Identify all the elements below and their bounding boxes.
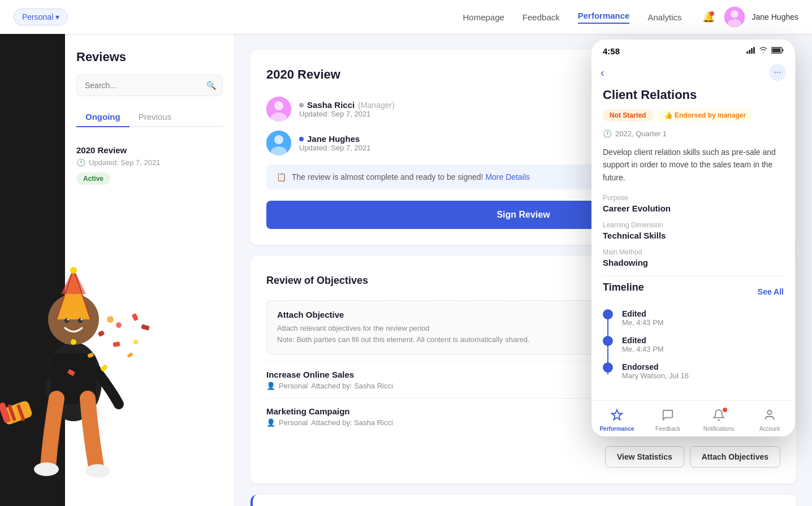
personal-label: Personal [22, 12, 53, 21]
nav-performance[interactable]: Performance [578, 11, 630, 24]
manager-info: Sasha Ricci (Manager) Updated: Sep 7, 20… [299, 100, 395, 118]
mobile-bottom-nav: Performance Feedback Notifications Accou… [591, 400, 795, 436]
mobile-nav-account[interactable]: Account [744, 406, 795, 434]
user-date: Updated: Sep 7, 2021 [299, 144, 371, 152]
mobile-nav-performance[interactable]: Performance [591, 406, 642, 434]
signal-icon [746, 47, 755, 55]
manager-name: Sasha Ricci (Manager) [299, 100, 395, 110]
mobile-field-label-2: Main Method [603, 248, 784, 256]
view-statistics-button[interactable]: View Statistics [605, 446, 684, 468]
objective-name-0: Increase Online Sales [266, 370, 393, 379]
timeline-dot-1 [603, 336, 613, 346]
person-icon-1: 👤 [266, 418, 275, 427]
mobile-overlay: 4:58 ‹ ··· Client Relations Not Started … [591, 40, 795, 436]
mobile-time: 4:58 [603, 46, 620, 56]
status-dot-blue [299, 137, 304, 141]
attach-objectives-button[interactable]: Attach Objectives [690, 446, 780, 468]
review-list-item[interactable]: 2020 Review 🕐 Updated: Sep 7, 2021 Activ… [76, 139, 223, 192]
mobile-timeline-title: Timeline [603, 282, 644, 293]
mobile-content: Client Relations Not Started 👍 Endorsed … [591, 88, 795, 400]
search-box: 🔍 [76, 75, 223, 96]
feedback-nav-icon [662, 409, 674, 424]
mobile-field-value-1: Technical Skills [603, 231, 784, 240]
tag-not-started: Not Started [603, 109, 653, 122]
mobile-back-button[interactable]: ‹ [601, 66, 604, 79]
mobile-more-button[interactable]: ··· [769, 64, 786, 81]
manager-avatar [266, 97, 291, 122]
mobile-timeline-header: Timeline See All [603, 282, 784, 301]
svg-rect-13 [746, 51, 748, 54]
mobile-page-title: Client Relations [603, 88, 784, 102]
svg-rect-14 [749, 50, 750, 54]
svg-rect-36 [16, 404, 25, 421]
user-info: Jane Hughes Updated: Sep 7, 2021 [299, 134, 371, 152]
top-navigation: Personal ▾ Homepage Feedback Performance… [0, 0, 812, 34]
timeline-item-2: Endorsed Mary Watson, Jul 16 [603, 362, 784, 380]
info-icon: 📋 [277, 172, 286, 181]
account-nav-icon [763, 409, 776, 424]
performance-nav-icon [611, 409, 623, 424]
sidebar-title: Reviews [76, 50, 223, 64]
review-title: 2020 Review [266, 67, 340, 82]
main-nav: Homepage Feedback Performance Analytics [463, 11, 681, 24]
mobile-tags: Not Started 👍 Endorsed by manager [603, 109, 784, 122]
objective-info-0: Increase Online Sales 👤 Personal Attache… [266, 370, 393, 390]
search-input[interactable] [76, 75, 223, 96]
mobile-field-value-0: Career Evolution [603, 204, 784, 213]
svg-point-31 [34, 462, 59, 476]
objectives-actions: View Statistics Attach Objectives [266, 446, 780, 468]
svg-rect-19 [772, 49, 781, 53]
clock-icon-mobile: 🕐 [603, 129, 612, 138]
review-card-date: 🕐 Updated: Sep 7, 2021 [76, 158, 223, 167]
clock-icon: 🕐 [76, 158, 85, 167]
svg-rect-35 [7, 404, 16, 421]
question-panel: Do you feel like you achieved all your o… [250, 495, 796, 506]
nav-username: Jane Hughes [751, 12, 798, 21]
mobile-field-label-1: Learning Dimension [603, 221, 784, 229]
chevron-down-icon: ▾ [55, 12, 59, 21]
timeline-item-1: Edited Me, 4:43 PM [603, 336, 784, 353]
mobile-quarter: 🕐 2022, Quarter 1 [603, 129, 784, 138]
personal-dropdown[interactable]: Personal ▾ [14, 8, 68, 25]
svg-point-21 [767, 410, 771, 414]
svg-rect-16 [753, 47, 755, 54]
timeline-dot-0 [603, 309, 613, 319]
timeline-dot-2 [603, 362, 613, 373]
svg-point-1 [731, 10, 738, 18]
nav-feedback[interactable]: Feedback [522, 12, 560, 22]
tab-previous[interactable]: Previous [129, 107, 180, 127]
nav-analytics[interactable]: Analytics [647, 12, 681, 22]
timeline-text-0: Edited Me, 4:43 PM [622, 309, 664, 327]
mobile-nav-feedback[interactable]: Feedback [642, 406, 693, 434]
avatar[interactable] [724, 7, 745, 27]
timeline-item-0: Edited Me, 4:43 PM [603, 309, 784, 327]
user-name: Jane Hughes [299, 134, 371, 144]
nav-homepage[interactable]: Homepage [463, 12, 504, 22]
notification-bell[interactable]: 🔔 [699, 8, 718, 26]
tab-ongoing[interactable]: Ongoing [76, 107, 129, 127]
see-all-link[interactable]: See All [758, 287, 784, 296]
svg-rect-33 [1, 400, 33, 425]
status-dot-grey [299, 103, 304, 107]
timeline-text-2: Endorsed Mary Watson, Jul 16 [622, 362, 689, 380]
svg-rect-15 [751, 48, 753, 54]
tab-bar: Ongoing Previous [76, 107, 223, 127]
more-details-link[interactable]: More Details [485, 172, 530, 181]
mobile-field-label-0: Purpose [603, 194, 784, 202]
svg-rect-34 [0, 402, 11, 423]
manager-date: Updated: Sep 7, 2021 [299, 110, 395, 118]
objectives-title: Review of Objectives [266, 275, 368, 287]
mobile-status-bar: 4:58 [591, 40, 795, 59]
search-icon: 🔍 [206, 81, 216, 90]
objective-name-1: Marketing Campaign [266, 406, 393, 416]
notifications-nav-icon [712, 409, 725, 424]
svg-marker-20 [612, 410, 622, 419]
svg-point-11 [274, 135, 283, 144]
mobile-nav-notifications[interactable]: Notifications [693, 406, 744, 434]
mobile-field-value-2: Shadowing [603, 258, 784, 267]
mobile-timeline: Edited Me, 4:43 PM Edited Me, 4:43 PM En… [603, 309, 784, 380]
timeline-text-1: Edited Me, 4:43 PM [622, 336, 664, 353]
mobile-description: Develop client relation skills such as p… [603, 146, 784, 184]
wifi-icon [759, 47, 768, 55]
svg-point-8 [274, 101, 283, 110]
